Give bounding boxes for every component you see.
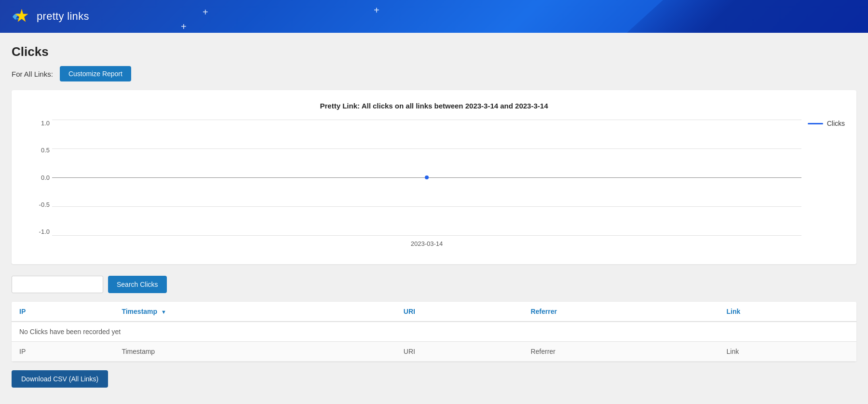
svg-marker-0 bbox=[15, 9, 28, 22]
y-axis: 1.0 0.5 0.0 -0.5 -1.0 bbox=[26, 120, 50, 235]
footer-col-timestamp: Timestamp bbox=[114, 342, 395, 362]
logo: pretty links bbox=[12, 6, 89, 27]
plus-decoration-3: + bbox=[374, 5, 380, 16]
table-header-row: IP Timestamp ▼ URI Referrer Link bbox=[12, 302, 856, 322]
page-title: Clicks bbox=[12, 44, 856, 59]
col-link[interactable]: Link bbox=[719, 302, 856, 322]
table-footer: IP Timestamp URI Referrer Link bbox=[12, 342, 856, 362]
footer-col-link: Link bbox=[719, 342, 856, 362]
footer-col-referrer: Referrer bbox=[523, 342, 719, 362]
chart-container: Clicks 1.0 0.5 0.0 -0.5 -1.0 bbox=[23, 120, 845, 255]
y-label-n05: -0.5 bbox=[26, 201, 50, 208]
search-clicks-button[interactable]: Search Clicks bbox=[108, 276, 167, 293]
table-body: No Clicks have been recorded yet bbox=[12, 322, 856, 342]
download-csv-button[interactable]: Download CSV (All Links) bbox=[12, 370, 108, 388]
clicks-table: IP Timestamp ▼ URI Referrer Link No C bbox=[12, 302, 856, 362]
no-clicks-message: No Clicks have been recorded yet bbox=[12, 322, 856, 342]
col-ip[interactable]: IP bbox=[12, 302, 114, 322]
app-header: + + + pretty links bbox=[0, 0, 868, 33]
grid-line-n05 bbox=[52, 206, 801, 207]
chart-plot-area: 1.0 0.5 0.0 -0.5 -1.0 bbox=[52, 120, 801, 235]
y-label-10: 1.0 bbox=[26, 120, 50, 127]
col-uri[interactable]: URI bbox=[396, 302, 523, 322]
for-all-links-row: For All Links: Customize Report bbox=[12, 66, 856, 81]
search-row: Search Clicks bbox=[12, 276, 856, 293]
legend-label-clicks: Clicks bbox=[827, 120, 845, 127]
sort-arrow-timestamp: ▼ bbox=[161, 309, 166, 315]
footer-col-ip: IP bbox=[12, 342, 114, 362]
footer-col-uri: URI bbox=[396, 342, 523, 362]
y-label-n10: -1.0 bbox=[26, 228, 50, 235]
x-label-date: 2023-03-14 bbox=[411, 240, 443, 247]
chart-legend: Clicks bbox=[808, 120, 845, 127]
no-clicks-row: No Clicks have been recorded yet bbox=[12, 322, 856, 342]
for-all-links-label: For All Links: bbox=[12, 70, 53, 78]
y-label-05: 0.5 bbox=[26, 147, 50, 154]
plus-decoration-2: + bbox=[181, 21, 187, 32]
logo-text: pretty links bbox=[37, 10, 89, 23]
plus-decoration-1: + bbox=[203, 7, 208, 18]
main-content: Clicks For All Links: Customize Report P… bbox=[0, 33, 868, 404]
customize-report-button[interactable]: Customize Report bbox=[60, 66, 131, 81]
y-label-00: 0.0 bbox=[26, 174, 50, 181]
grid-line-10 bbox=[52, 120, 801, 120]
chart-card: Pretty Link: All clicks on all links bet… bbox=[12, 90, 856, 264]
logo-icon bbox=[12, 6, 32, 27]
x-axis-labels: 2023-03-14 bbox=[47, 240, 806, 247]
grid-line-05 bbox=[52, 148, 801, 149]
search-input[interactable] bbox=[12, 276, 103, 293]
table-footer-row: IP Timestamp URI Referrer Link bbox=[12, 342, 856, 362]
legend-line-clicks bbox=[808, 123, 823, 124]
table-header: IP Timestamp ▼ URI Referrer Link bbox=[12, 302, 856, 322]
grid-line-n10 bbox=[52, 235, 801, 236]
col-timestamp[interactable]: Timestamp ▼ bbox=[114, 302, 395, 322]
chart-title: Pretty Link: All clicks on all links bet… bbox=[23, 102, 845, 110]
col-referrer[interactable]: Referrer bbox=[523, 302, 719, 322]
chart-data-point bbox=[425, 175, 429, 179]
